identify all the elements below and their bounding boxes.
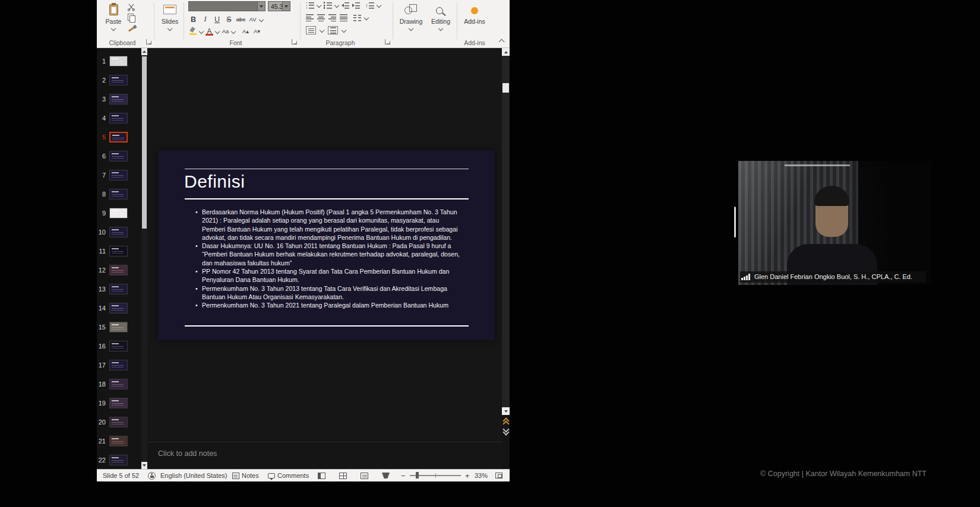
font-color-button[interactable]: A [204,26,214,36]
slide-sorter-view-button[interactable] [339,470,347,481]
chevron-down-icon[interactable] [320,28,324,33]
editing-button[interactable]: Editing [428,1,453,39]
slide-thumbnail-row[interactable]: 10 [97,223,141,242]
slide-thumbnail-row[interactable]: 9 [97,204,141,223]
thumbnail-preview[interactable] [109,208,128,218]
thumbnail-preview[interactable] [109,94,128,104]
thumbnail-preview[interactable] [109,379,128,389]
thumbnail-preview[interactable] [109,113,128,123]
slide-thumbnail-row[interactable]: 12 [97,261,141,280]
cut-button[interactable] [126,2,137,12]
slide-thumbnail-row[interactable]: 13 [97,280,141,299]
increase-font-button[interactable]: A▴ [241,26,251,36]
scroll-up-button[interactable] [502,48,510,56]
slide-thumbnail-row[interactable]: 6 [97,147,141,166]
thumbnail-scroll-up-button[interactable] [141,48,147,55]
slide-thumbnail-row[interactable]: 2 [97,71,141,90]
notes-pane[interactable]: Click to add notes [147,442,502,469]
strikethrough-button[interactable]: S [224,14,234,24]
zoom-slider-thumb[interactable] [416,472,419,479]
smartart-convert-button[interactable] [328,26,338,34]
slides-button[interactable]: Slides [157,1,182,39]
font-name-dropdown-arrow[interactable] [257,2,265,11]
zoom-slider-track[interactable] [410,475,461,476]
zoom-out-button[interactable]: − [401,470,406,481]
slideshow-button[interactable] [382,470,390,481]
slide-scrollbar[interactable] [502,48,510,469]
line-spacing-button[interactable]: ↕ [365,2,374,9]
numbering-icon[interactable] [324,2,332,9]
thumbnail-preview[interactable] [109,284,128,294]
chevron-down-icon[interactable] [342,28,346,33]
chevron-down-icon[interactable] [231,28,236,33]
addins-button[interactable]: Add-ins [461,1,488,39]
clipboard-dialog-launcher[interactable] [146,39,151,45]
align-right-icon[interactable] [328,14,336,21]
paragraph-dialog-launcher[interactable] [385,39,390,45]
zoom-in-button[interactable]: + [465,470,470,481]
slide-thumbnail-row[interactable]: 8 [97,185,141,204]
thumbnail-preview[interactable] [109,75,128,85]
thumbnail-preview[interactable] [109,189,128,199]
slide-thumbnail-row[interactable]: 4 [97,109,141,128]
thumbnail-preview[interactable] [109,398,128,408]
slide-thumbnail-row[interactable]: 15 [97,318,141,337]
highlight-color-button[interactable] [188,26,198,36]
chevron-down-icon[interactable] [364,15,369,20]
underline-button[interactable]: U [212,14,222,24]
next-slide-button[interactable] [502,427,510,435]
accessibility-button[interactable] [148,470,156,481]
text-direction-button[interactable] [306,26,316,34]
zoom-slider[interactable] [410,470,461,481]
normal-view-button[interactable] [318,470,325,481]
slide-5[interactable]: Definisi Berdasarkan Norma Hukum (Hukum … [158,150,495,340]
slide-thumbnail-row[interactable]: 22 [97,451,141,469]
drawing-button[interactable]: Drawing [397,1,425,39]
text-shadow-button[interactable]: abc [236,14,246,24]
thumbnail-preview[interactable] [109,417,128,427]
thumbnail-preview[interactable] [109,227,128,237]
reading-view-button[interactable] [361,470,368,481]
slide-thumbnail-row[interactable]: 11 [97,242,141,261]
thumbnail-preview[interactable] [109,303,128,313]
bold-button[interactable]: B [188,14,198,24]
slide-bullet-list[interactable]: Berdasarkan Norma Hukum (Hukum Positif) … [195,208,460,310]
align-center-icon[interactable] [317,14,325,21]
scrollbar-track[interactable] [502,56,510,407]
decrease-font-button[interactable]: A▾ [252,26,262,36]
slide-thumbnail-row[interactable]: 14 [97,299,141,318]
thumbnail-preview[interactable] [109,322,128,332]
change-case-button[interactable]: Aa [220,26,230,36]
thumbnail-scroll-down-button[interactable] [141,462,147,469]
scrollbar-thumb[interactable] [502,83,509,93]
paste-button[interactable]: Paste [102,1,125,39]
align-justify-icon[interactable] [340,14,347,21]
italic-button[interactable]: I [200,14,210,24]
align-left-icon[interactable] [306,14,314,21]
scroll-down-button[interactable] [502,407,510,415]
slide-title[interactable]: Definisi [184,172,245,192]
slide-thumbnail-row[interactable]: 7 [97,166,141,185]
font-size-combobox[interactable]: 45.3 [268,1,290,11]
thumbnail-preview[interactable] [109,265,128,275]
font-dialog-launcher[interactable] [292,39,297,45]
chevron-down-icon[interactable] [215,28,220,33]
thumbnail-preview[interactable] [109,132,128,142]
slide-counter[interactable]: Slide 5 of 52 [103,470,139,481]
language-button[interactable]: English (United States) [160,470,227,481]
zoom-level[interactable]: 33% [475,470,488,481]
thumbnail-preview[interactable] [109,170,128,180]
chevron-down-icon[interactable] [199,28,204,33]
notes-toggle-button[interactable]: Notes [232,470,259,481]
thumbnail-preview[interactable] [109,436,128,446]
slide-thumbnail-row[interactable]: 16 [97,337,141,356]
previous-slide-button[interactable] [502,417,510,426]
thumbnail-preview[interactable] [109,56,128,66]
notes-placeholder[interactable]: Click to add notes [158,449,217,458]
thumbnail-preview[interactable] [109,455,128,465]
slide-thumbnail-row[interactable]: 5 [97,128,141,147]
slide-thumbnail-row[interactable]: 17 [97,356,141,375]
columns-icon[interactable] [353,14,361,21]
increase-indent-button[interactable] [352,2,360,9]
fit-to-window-button[interactable] [495,470,502,481]
